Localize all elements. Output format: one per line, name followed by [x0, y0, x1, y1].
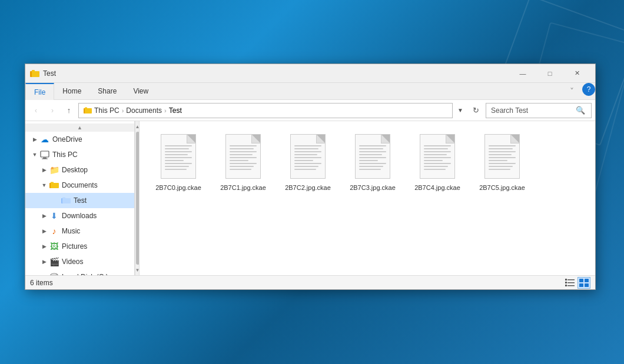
- file-icon-3: [352, 134, 393, 181]
- file-item-5[interactable]: 2B7C5.jpg.ckae: [473, 131, 532, 195]
- tab-view[interactable]: View: [125, 83, 157, 99]
- status-bar: 6 items: [25, 275, 595, 289]
- file-name-1: 2B7C1.jpg.ckae: [220, 183, 266, 192]
- videos-icon: 🎬: [49, 256, 59, 267]
- downloads-icon: ⬇: [49, 211, 59, 221]
- sidebar-item-onedrive[interactable]: ▶ ☁ OneDrive: [25, 132, 134, 147]
- downloads-label: Downloads: [62, 212, 97, 220]
- documents-label: Documents: [62, 181, 98, 189]
- file-icon-5: [482, 134, 523, 181]
- tiles-view-button[interactable]: [577, 277, 590, 289]
- svg-rect-20: [565, 282, 567, 283]
- svg-rect-14: [62, 198, 71, 203]
- file-name-4: 2B7C4.jpg.ckae: [414, 183, 460, 192]
- downloads-expand: ▶: [39, 211, 49, 221]
- minimize-button[interactable]: —: [509, 64, 536, 83]
- videos-expand: ▶: [39, 257, 49, 266]
- thispc-label: This PC: [52, 151, 78, 159]
- nav-bar: ‹ › ↑ This PC › Documents › Test ▼ ↻ Sea…: [25, 100, 595, 121]
- scroll-up-arrow[interactable]: ▲: [135, 122, 140, 131]
- file-icon-2: [287, 134, 328, 181]
- sidebar-scrollbar[interactable]: ▲ ▼: [135, 121, 140, 275]
- onedrive-icon: ☁: [39, 134, 50, 145]
- address-folder-icon: [84, 106, 92, 115]
- svg-rect-24: [579, 279, 583, 282]
- help-button[interactable]: ?: [582, 83, 595, 96]
- file-item-3[interactable]: 2B7C3.jpg.ckae: [343, 131, 402, 195]
- back-button[interactable]: ‹: [29, 103, 43, 118]
- breadcrumb-test[interactable]: Test: [169, 106, 182, 115]
- sidebar-item-pictures[interactable]: ▶ 🖼 Pictures: [25, 239, 134, 254]
- test-expand: [51, 196, 61, 205]
- svg-rect-11: [51, 183, 59, 188]
- breadcrumb-thispc[interactable]: This PC: [94, 106, 120, 115]
- sidebar: ▲ ▶ ☁ OneDrive ▼ This PC ▶: [25, 121, 135, 275]
- file-item-4[interactable]: 2B7C4.jpg.ckae: [408, 131, 467, 195]
- svg-rect-27: [585, 283, 589, 287]
- window-title: Test: [43, 69, 509, 78]
- sidebar-item-downloads[interactable]: ▶ ⬇ Downloads: [25, 208, 134, 223]
- svg-rect-25: [585, 279, 589, 282]
- file-name-3: 2B7C3.jpg.ckae: [350, 183, 396, 192]
- breadcrumb-documents[interactable]: Documents: [126, 106, 162, 115]
- documents-expand: ▼: [39, 181, 49, 190]
- onedrive-label: OneDrive: [52, 135, 82, 143]
- desktop-expand: ▶: [39, 165, 49, 175]
- file-icon-0: [158, 134, 199, 181]
- forward-button[interactable]: ›: [45, 103, 59, 118]
- tab-file[interactable]: File: [25, 83, 54, 100]
- onedrive-expand: ▶: [30, 135, 39, 144]
- up-button[interactable]: ↑: [62, 103, 76, 118]
- scroll-thumb[interactable]: [136, 132, 140, 265]
- svg-rect-26: [579, 283, 583, 287]
- sidebar-item-music[interactable]: ▶ ♪ Music: [25, 223, 134, 239]
- videos-label: Videos: [62, 258, 83, 266]
- window-controls: — □ ✕: [509, 64, 590, 83]
- sidebar-item-thispc[interactable]: ▼ This PC: [25, 147, 134, 162]
- ribbon-tabs: File Home Share View ˅ ?: [25, 83, 595, 99]
- maximize-button[interactable]: □: [536, 64, 563, 83]
- close-button[interactable]: ✕: [563, 64, 590, 83]
- sidebar-item-videos[interactable]: ▶ 🎬 Videos: [25, 254, 134, 269]
- tab-home[interactable]: Home: [54, 83, 89, 99]
- sidebar-scroll-up[interactable]: ▲: [25, 123, 134, 132]
- file-name-0: 2B7C0.jpg.ckae: [155, 183, 201, 192]
- sidebar-item-documents[interactable]: ▼ Documents: [25, 178, 134, 193]
- file-item-0[interactable]: 2B7C0.jpg.ckae: [149, 131, 208, 195]
- breadcrumb-sep1: ›: [122, 107, 124, 114]
- sidebar-item-test[interactable]: Test: [25, 193, 134, 208]
- address-bar[interactable]: This PC › Documents › Test: [78, 103, 453, 118]
- pictures-icon: 🖼: [49, 241, 59, 252]
- item-count: 6 items: [30, 279, 563, 287]
- computer-icon: [39, 149, 50, 160]
- test-icon: [61, 195, 71, 206]
- svg-rect-8: [42, 159, 48, 159]
- sidebar-item-desktop[interactable]: ▶ 📁 Desktop: [25, 162, 134, 178]
- address-dropdown-button[interactable]: ▼: [455, 103, 466, 118]
- desktop-icon: 📁: [49, 165, 59, 175]
- thispc-expand: ▼: [30, 150, 39, 159]
- music-icon: ♪: [49, 226, 59, 236]
- pictures-expand: ▶: [39, 242, 49, 251]
- view-controls: [563, 277, 590, 289]
- svg-rect-6: [41, 151, 49, 157]
- ribbon-expand[interactable]: ˅: [562, 83, 582, 99]
- main-area: ▲ ▶ ☁ OneDrive ▼ This PC ▶: [25, 121, 595, 275]
- title-bar: Test — □ ✕: [25, 64, 595, 83]
- search-icon-button[interactable]: 🔍: [575, 103, 586, 118]
- svg-rect-18: [565, 279, 567, 280]
- file-name-2: 2B7C2.jpg.ckae: [285, 183, 331, 192]
- refresh-button[interactable]: ↻: [468, 103, 483, 118]
- folder-title-icon: [30, 69, 39, 78]
- search-bar[interactable]: Search Test 🔍: [486, 103, 592, 118]
- sidebar-item-localdisk[interactable]: ▶ Local Disk (C:): [25, 269, 134, 275]
- file-icon-4: [417, 134, 458, 181]
- tab-share[interactable]: Share: [89, 83, 125, 99]
- scroll-down-arrow[interactable]: ▼: [135, 266, 140, 274]
- file-item-1[interactable]: 2B7C1.jpg.ckae: [214, 131, 273, 195]
- file-item-2[interactable]: 2B7C2.jpg.ckae: [278, 131, 337, 195]
- documents-icon: [49, 180, 59, 191]
- details-view-button[interactable]: [563, 277, 576, 289]
- svg-rect-2: [32, 71, 39, 77]
- svg-rect-19: [567, 279, 575, 280]
